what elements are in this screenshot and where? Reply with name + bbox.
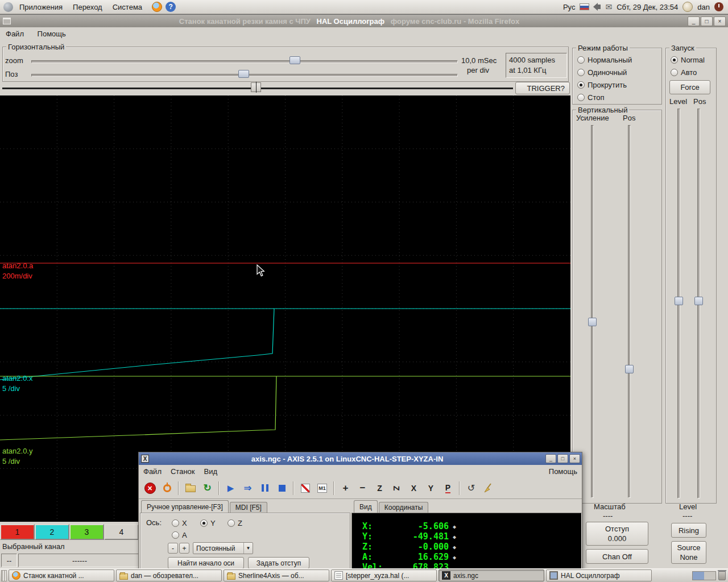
radio-icon[interactable] bbox=[172, 531, 179, 539]
main-window-titlebar[interactable]: Станок канатной резки камня с ЧПУ HAL Ос… bbox=[0, 15, 728, 27]
gain-slider-handle[interactable] bbox=[588, 318, 597, 326]
optional-pause-icon[interactable]: M1 bbox=[315, 480, 330, 496]
run-mode-normal[interactable]: Нормальный bbox=[577, 55, 632, 64]
tab-dro[interactable]: Координаты bbox=[379, 502, 429, 513]
skip-lines-icon[interactable] bbox=[297, 480, 313, 496]
task-button-file-manager-sherline[interactable]: Sherline4Axis — об... bbox=[224, 569, 329, 581]
pause-icon[interactable] bbox=[257, 480, 272, 496]
axis-menu-view[interactable]: Вид bbox=[200, 465, 222, 477]
view-z-icon[interactable]: Z bbox=[372, 480, 387, 496]
task-button-halscope[interactable]: HAL Осциллограф bbox=[546, 569, 652, 581]
maximize-button[interactable]: □ bbox=[701, 16, 713, 26]
task-button-file-manager-dan[interactable]: dan — обозревател... bbox=[116, 569, 222, 581]
view-p-icon[interactable]: P bbox=[440, 480, 456, 496]
machine-power-icon[interactable] bbox=[159, 480, 175, 496]
workspace-1[interactable] bbox=[693, 572, 704, 580]
minimize-button[interactable]: _ bbox=[688, 16, 700, 26]
workspace-2[interactable] bbox=[704, 572, 715, 580]
jog-mode-dropdown[interactable]: Постоянный ▼ bbox=[193, 542, 253, 554]
jog-plus-button[interactable]: + bbox=[179, 543, 189, 554]
channel-3-button[interactable]: 3 bbox=[69, 524, 104, 540]
home-axis-button[interactable]: Найти начало оси bbox=[168, 557, 244, 569]
position-slider-handle[interactable] bbox=[238, 70, 249, 78]
power-icon[interactable] bbox=[714, 2, 723, 11]
estop-icon[interactable]: × bbox=[142, 480, 158, 496]
keyboard-layout-indicator[interactable]: Рус bbox=[563, 3, 576, 11]
axis-radio-y[interactable]: Y bbox=[200, 518, 216, 527]
channel-4-button[interactable]: 4 bbox=[104, 524, 139, 540]
vertical-pos-slider-handle[interactable] bbox=[625, 365, 634, 373]
force-button[interactable]: Force bbox=[669, 80, 710, 94]
tab-mdi[interactable]: MDI [F5] bbox=[230, 502, 267, 513]
zoom-slider-handle[interactable] bbox=[289, 56, 300, 64]
trash-icon[interactable] bbox=[718, 571, 726, 580]
zoom-in-icon[interactable]: + bbox=[338, 480, 353, 496]
task-button-text-editor[interactable]: [stepper_xyza.hal (... bbox=[331, 569, 437, 581]
user-avatar-icon[interactable] bbox=[682, 2, 693, 12]
gain-slider-trough[interactable] bbox=[591, 125, 594, 498]
trigger-button[interactable]: TRIGGER? bbox=[515, 82, 570, 94]
jog-minus-button[interactable]: - bbox=[168, 543, 178, 554]
edge-button[interactable]: Rising bbox=[671, 523, 706, 538]
clock[interactable]: Сбт, 29 Дек, 23:54 bbox=[617, 3, 678, 11]
radio-icon[interactable] bbox=[671, 69, 678, 76]
applications-logo-icon[interactable] bbox=[3, 2, 13, 12]
keyboard-flag-icon[interactable] bbox=[580, 3, 589, 10]
workspace-switcher[interactable] bbox=[692, 571, 716, 580]
rotate-view-icon[interactable]: ↺ bbox=[464, 480, 479, 496]
clear-plot-icon[interactable] bbox=[481, 480, 496, 496]
zoom-slider-trough[interactable] bbox=[31, 60, 458, 63]
radio-icon[interactable] bbox=[577, 56, 585, 64]
radio-icon[interactable] bbox=[577, 69, 585, 76]
axis-close-button[interactable]: × bbox=[569, 454, 580, 463]
task-button-firefox[interactable]: Станок канатной ... bbox=[9, 569, 114, 581]
radio-icon[interactable] bbox=[577, 81, 585, 89]
view-z-rotated-icon[interactable]: Z bbox=[389, 480, 404, 496]
tab-manual-control[interactable]: Ручное управление-[F3] bbox=[141, 500, 229, 513]
run-mode-roll[interactable]: Прокрутить bbox=[577, 80, 627, 89]
scope-menu-help[interactable]: Помощь bbox=[32, 27, 72, 40]
axis-maximize-button[interactable]: □ bbox=[557, 454, 568, 463]
view-y-icon[interactable]: Y bbox=[423, 480, 439, 496]
reload-icon[interactable]: ↻ bbox=[200, 480, 215, 496]
step-icon[interactable]: ⇒ bbox=[240, 480, 255, 496]
view-x-icon[interactable]: X bbox=[406, 480, 421, 496]
task-button-axis[interactable]: X axis.ngc bbox=[439, 569, 544, 581]
firefox-launcher-icon[interactable] bbox=[152, 2, 162, 12]
axis-menu-help[interactable]: Помощь bbox=[544, 465, 582, 477]
axis-minimize-button[interactable]: _ bbox=[545, 454, 556, 463]
trigger-level-slider-handle[interactable] bbox=[675, 297, 683, 305]
radio-icon[interactable] bbox=[671, 56, 678, 64]
help-launcher-icon[interactable]: ? bbox=[166, 2, 176, 12]
trigger-mode-normal[interactable]: Normal bbox=[671, 55, 705, 64]
run-mode-stop[interactable]: Стоп bbox=[577, 93, 604, 102]
stop-icon[interactable] bbox=[274, 480, 289, 496]
menu-system[interactable]: Система bbox=[107, 1, 147, 13]
scope-menu-file[interactable]: Файл bbox=[0, 27, 30, 40]
trigger-position-handle[interactable] bbox=[251, 82, 261, 92]
run-icon[interactable]: ▶ bbox=[223, 480, 238, 496]
window-list-handle[interactable] bbox=[1, 570, 7, 581]
touch-off-button[interactable]: Задать отступ bbox=[248, 557, 309, 569]
axis-radio-z[interactable]: Z bbox=[228, 518, 242, 527]
axis-menu-machine[interactable]: Станок bbox=[166, 465, 200, 477]
offset-button[interactable]: Отступ 0.000 bbox=[586, 522, 648, 546]
radio-icon[interactable] bbox=[228, 519, 235, 527]
trigger-pos-slider-handle[interactable] bbox=[694, 297, 703, 305]
tab-preview[interactable]: Вид bbox=[354, 500, 378, 513]
open-file-icon[interactable] bbox=[183, 480, 198, 496]
radio-icon[interactable] bbox=[577, 94, 585, 101]
trigger-mode-auto[interactable]: Авто bbox=[671, 68, 697, 77]
axis-radio-a[interactable]: A bbox=[172, 530, 187, 539]
axis-menu-file[interactable]: Файл bbox=[139, 465, 166, 477]
radio-icon[interactable] bbox=[172, 519, 179, 527]
axis-titlebar[interactable]: X axis.ngc - AXIS 2.5.1 on LinuxCNC-HAL-… bbox=[139, 452, 582, 465]
close-button[interactable]: × bbox=[714, 16, 726, 26]
run-mode-single[interactable]: Одиночный bbox=[577, 68, 627, 77]
menu-applications[interactable]: Приложения bbox=[14, 1, 68, 13]
mail-icon[interactable]: ✉ bbox=[605, 2, 612, 11]
axis-radio-x[interactable]: X bbox=[172, 518, 187, 527]
chan-off-button[interactable]: Chan Off bbox=[586, 549, 648, 564]
channel-1-button[interactable]: 1 bbox=[0, 524, 35, 540]
menu-places[interactable]: Переход bbox=[68, 1, 107, 13]
